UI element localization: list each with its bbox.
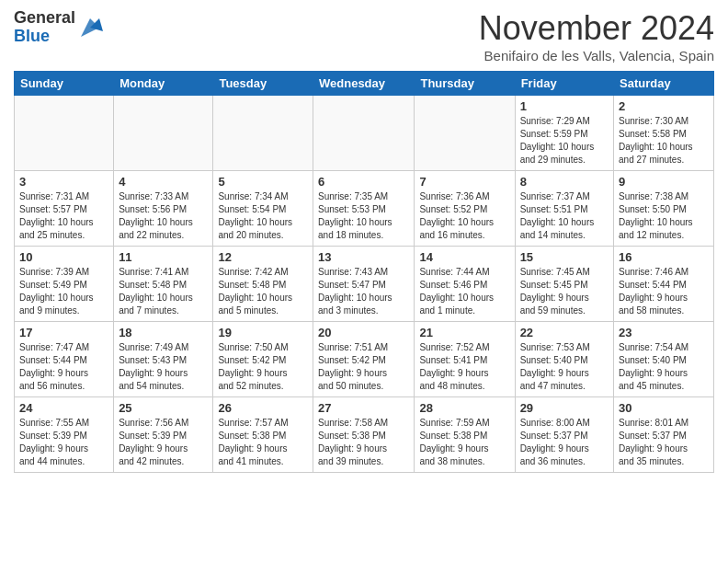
day-number: 16	[619, 250, 709, 264]
day-number: 20	[318, 326, 409, 339]
day-number: 17	[19, 326, 108, 339]
col-header-monday: Monday	[114, 72, 213, 96]
day-number: 10	[19, 250, 108, 264]
week-row-4: 17Sunrise: 7:47 AM Sunset: 5:44 PM Dayli…	[15, 322, 714, 397]
day-number: 23	[619, 326, 709, 339]
day-info: Sunrise: 7:36 AM Sunset: 5:52 PM Dayligh…	[419, 190, 509, 242]
day-info: Sunrise: 7:50 AM Sunset: 5:42 PM Dayligh…	[218, 341, 308, 393]
day-info: Sunrise: 7:47 AM Sunset: 5:44 PM Dayligh…	[19, 341, 108, 393]
calendar-cell: 17Sunrise: 7:47 AM Sunset: 5:44 PM Dayli…	[15, 322, 114, 397]
day-info: Sunrise: 7:59 AM Sunset: 5:38 PM Dayligh…	[419, 417, 509, 468]
calendar-cell: 10Sunrise: 7:39 AM Sunset: 5:49 PM Dayli…	[15, 247, 114, 322]
day-number: 8	[520, 175, 609, 189]
day-info: Sunrise: 7:46 AM Sunset: 5:44 PM Dayligh…	[619, 266, 709, 317]
calendar-cell: 5Sunrise: 7:34 AM Sunset: 5:54 PM Daylig…	[213, 171, 313, 247]
day-number: 28	[419, 401, 509, 415]
day-info: Sunrise: 7:29 AM Sunset: 5:59 PM Dayligh…	[520, 115, 609, 167]
calendar-cell: 23Sunrise: 7:54 AM Sunset: 5:40 PM Dayli…	[614, 322, 714, 397]
calendar-cell: 16Sunrise: 7:46 AM Sunset: 5:44 PM Dayli…	[614, 247, 714, 322]
week-row-3: 10Sunrise: 7:39 AM Sunset: 5:49 PM Dayli…	[15, 247, 714, 322]
calendar-cell: 28Sunrise: 7:59 AM Sunset: 5:38 PM Dayli…	[415, 397, 515, 473]
calendar-cell: 13Sunrise: 7:43 AM Sunset: 5:47 PM Dayli…	[313, 247, 415, 322]
page-header: General Blue November 2024 Benifairo de …	[14, 9, 714, 63]
day-number: 4	[119, 175, 208, 189]
calendar-cell: 30Sunrise: 8:01 AM Sunset: 5:37 PM Dayli…	[614, 397, 714, 473]
calendar-cell: 15Sunrise: 7:45 AM Sunset: 5:45 PM Dayli…	[515, 247, 613, 322]
logo-blue: Blue	[14, 27, 50, 45]
day-number: 26	[218, 401, 308, 415]
calendar-cell	[313, 96, 415, 171]
logo: General Blue	[14, 9, 103, 46]
calendar-cell: 19Sunrise: 7:50 AM Sunset: 5:42 PM Dayli…	[213, 322, 313, 397]
day-number: 18	[119, 326, 208, 339]
day-info: Sunrise: 7:49 AM Sunset: 5:43 PM Dayligh…	[119, 341, 208, 393]
day-number: 30	[619, 401, 709, 415]
day-number: 21	[419, 326, 509, 339]
day-number: 13	[318, 250, 409, 264]
day-number: 5	[218, 175, 308, 189]
day-info: Sunrise: 7:52 AM Sunset: 5:41 PM Dayligh…	[419, 341, 509, 393]
day-number: 29	[520, 401, 609, 415]
day-number: 22	[520, 326, 609, 339]
day-info: Sunrise: 7:58 AM Sunset: 5:38 PM Dayligh…	[318, 417, 409, 468]
calendar-cell: 2Sunrise: 7:30 AM Sunset: 5:58 PM Daylig…	[614, 96, 714, 171]
calendar-cell: 22Sunrise: 7:53 AM Sunset: 5:40 PM Dayli…	[515, 322, 613, 397]
col-header-thursday: Thursday	[415, 72, 515, 96]
calendar-cell: 4Sunrise: 7:33 AM Sunset: 5:56 PM Daylig…	[114, 171, 213, 247]
calendar-cell: 11Sunrise: 7:41 AM Sunset: 5:48 PM Dayli…	[114, 247, 213, 322]
day-number: 11	[119, 250, 208, 264]
calendar-cell: 21Sunrise: 7:52 AM Sunset: 5:41 PM Dayli…	[415, 322, 515, 397]
calendar-cell: 8Sunrise: 7:37 AM Sunset: 5:51 PM Daylig…	[515, 171, 613, 247]
day-info: Sunrise: 7:34 AM Sunset: 5:54 PM Dayligh…	[218, 190, 308, 242]
day-info: Sunrise: 7:42 AM Sunset: 5:48 PM Dayligh…	[218, 266, 308, 317]
week-row-2: 3Sunrise: 7:31 AM Sunset: 5:57 PM Daylig…	[15, 171, 714, 247]
day-info: Sunrise: 8:00 AM Sunset: 5:37 PM Dayligh…	[520, 417, 609, 468]
day-number: 15	[520, 250, 609, 264]
calendar-cell: 14Sunrise: 7:44 AM Sunset: 5:46 PM Dayli…	[415, 247, 515, 322]
day-info: Sunrise: 7:54 AM Sunset: 5:40 PM Dayligh…	[619, 341, 709, 393]
day-number: 9	[619, 175, 709, 189]
day-info: Sunrise: 7:30 AM Sunset: 5:58 PM Dayligh…	[619, 115, 709, 167]
location: Benifairo de les Valls, Valencia, Spain	[479, 48, 714, 63]
title-block: November 2024 Benifairo de les Valls, Va…	[479, 9, 714, 63]
day-number: 6	[318, 175, 409, 189]
calendar-cell: 27Sunrise: 7:58 AM Sunset: 5:38 PM Dayli…	[313, 397, 415, 473]
col-header-saturday: Saturday	[614, 72, 714, 96]
day-number: 27	[318, 401, 409, 415]
day-number: 19	[218, 326, 308, 339]
calendar-cell: 1Sunrise: 7:29 AM Sunset: 5:59 PM Daylig…	[515, 96, 613, 171]
day-info: Sunrise: 7:31 AM Sunset: 5:57 PM Dayligh…	[19, 190, 108, 242]
day-number: 12	[218, 250, 308, 264]
month-title: November 2024	[479, 9, 714, 48]
col-header-friday: Friday	[515, 72, 613, 96]
calendar-cell: 24Sunrise: 7:55 AM Sunset: 5:39 PM Dayli…	[15, 397, 114, 473]
day-info: Sunrise: 7:33 AM Sunset: 5:56 PM Dayligh…	[119, 190, 208, 242]
day-number: 7	[419, 175, 509, 189]
day-info: Sunrise: 7:55 AM Sunset: 5:39 PM Dayligh…	[19, 417, 108, 468]
calendar-cell	[114, 96, 213, 171]
day-number: 3	[19, 175, 108, 189]
day-info: Sunrise: 7:41 AM Sunset: 5:48 PM Dayligh…	[119, 266, 208, 317]
calendar-cell	[213, 96, 313, 171]
day-info: Sunrise: 7:57 AM Sunset: 5:38 PM Dayligh…	[218, 417, 308, 468]
logo-general: General	[14, 8, 75, 27]
day-number: 2	[619, 99, 709, 113]
day-info: Sunrise: 7:38 AM Sunset: 5:50 PM Dayligh…	[619, 190, 709, 242]
day-info: Sunrise: 7:44 AM Sunset: 5:46 PM Dayligh…	[419, 266, 509, 317]
col-header-wednesday: Wednesday	[313, 72, 415, 96]
calendar-cell: 9Sunrise: 7:38 AM Sunset: 5:50 PM Daylig…	[614, 171, 714, 247]
day-info: Sunrise: 7:43 AM Sunset: 5:47 PM Dayligh…	[318, 266, 409, 317]
calendar-cell: 18Sunrise: 7:49 AM Sunset: 5:43 PM Dayli…	[114, 322, 213, 397]
col-header-sunday: Sunday	[15, 72, 114, 96]
calendar-cell	[415, 96, 515, 171]
day-number: 14	[419, 250, 509, 264]
day-info: Sunrise: 7:37 AM Sunset: 5:51 PM Dayligh…	[520, 190, 609, 242]
day-number: 24	[19, 401, 108, 415]
logo-icon	[77, 15, 103, 40]
calendar-cell: 29Sunrise: 8:00 AM Sunset: 5:37 PM Dayli…	[515, 397, 613, 473]
day-number: 25	[119, 401, 208, 415]
day-number: 1	[520, 99, 609, 113]
day-info: Sunrise: 7:51 AM Sunset: 5:42 PM Dayligh…	[318, 341, 409, 393]
day-info: Sunrise: 7:45 AM Sunset: 5:45 PM Dayligh…	[520, 266, 609, 317]
calendar-cell	[15, 96, 114, 171]
